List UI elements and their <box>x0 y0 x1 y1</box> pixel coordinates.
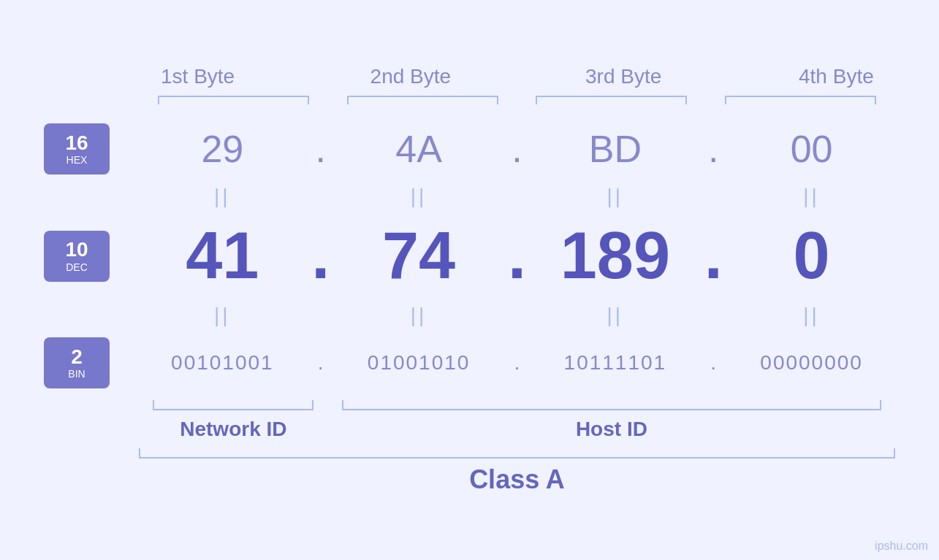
network-id-label: Network ID <box>180 418 286 440</box>
bottom-section: Network ID Host ID <box>139 400 895 441</box>
hex-bytes-row: 29 . 4A . BD . 00 <box>139 127 895 171</box>
bracket-cell-2 <box>328 96 517 104</box>
main-container: 1st Byte 2nd Byte 3rd Byte 4th Byte 16 H… <box>0 0 939 560</box>
bin-byte-2: 01001010 <box>335 351 503 375</box>
dec-row: 10 DEC 41 . 74 . 189 . 0 <box>44 218 895 294</box>
hex-byte-3: BD <box>532 127 699 171</box>
eq2-b1: || <box>139 304 306 327</box>
dec-badge-label: DEC <box>66 261 88 273</box>
equals-bytes-1: || || || || <box>139 185 895 208</box>
dec-byte-1: 41 <box>139 218 306 294</box>
network-bracket-area <box>139 400 328 410</box>
bracket-cell-4 <box>706 96 895 104</box>
class-section: Class A <box>139 448 895 495</box>
hex-row: 16 HEX 29 . 4A . BD . 00 <box>44 123 895 174</box>
network-label-area: Network ID <box>139 418 328 441</box>
bin-byte-3: 10111101 <box>532 351 699 375</box>
byte-header-4: 4th Byte <box>730 65 939 96</box>
host-label-area: Host ID <box>328 418 895 441</box>
bracket-cell-1 <box>139 96 328 104</box>
dec-badge: 10 DEC <box>44 231 110 282</box>
hex-byte-2: 4A <box>335 127 503 171</box>
eq1-b3: || <box>532 185 699 208</box>
bracket-top-2 <box>347 96 498 104</box>
bracket-cell-3 <box>517 96 707 104</box>
bracket-top-3 <box>536 96 687 104</box>
equals-row-1: || || || || <box>44 183 895 210</box>
byte-header-1: 1st Byte <box>91 65 304 96</box>
bin-badge: 2 BIN <box>44 337 110 388</box>
byte-header-2: 2nd Byte <box>304 65 517 96</box>
hex-badge-number: 16 <box>65 132 88 155</box>
bin-badge-label: BIN <box>68 368 85 380</box>
bin-byte-1: 00101001 <box>139 351 306 375</box>
host-id-label: Host ID <box>576 418 647 440</box>
eq1-b4: || <box>728 185 895 208</box>
network-bracket <box>153 400 313 410</box>
dec-sep-2: . <box>503 218 532 294</box>
host-bracket-area <box>328 400 895 410</box>
dec-bytes-row: 41 . 74 . 189 . 0 <box>139 218 895 294</box>
dec-byte-4: 0 <box>728 218 895 294</box>
hex-badge: 16 HEX <box>44 123 110 174</box>
watermark: ipshu.com <box>875 540 928 553</box>
bin-sep-1: . <box>306 351 335 375</box>
bin-byte-4: 00000000 <box>728 351 895 375</box>
top-brackets-row <box>139 96 895 104</box>
byte-headers-row: 1st Byte 2nd Byte 3rd Byte 4th Byte <box>91 65 939 96</box>
byte-header-3: 3rd Byte <box>517 65 730 96</box>
hex-byte-1: 29 <box>139 127 306 171</box>
dec-badge-number: 10 <box>65 239 88 261</box>
dec-sep-1: . <box>306 218 335 294</box>
class-label: Class A <box>139 464 895 495</box>
bottom-brackets-row <box>139 400 895 410</box>
eq1-b2: || <box>335 185 503 208</box>
bin-badge-number: 2 <box>71 346 83 369</box>
bracket-top-1 <box>158 96 309 104</box>
dec-byte-3: 189 <box>532 218 699 294</box>
bin-bytes-row: 00101001 . 01001010 . 10111101 . 0000000… <box>139 351 895 375</box>
hex-badge-label: HEX <box>66 154 88 166</box>
bin-sep-3: . <box>699 351 728 375</box>
bin-sep-2: . <box>503 351 532 375</box>
hex-byte-4: 00 <box>728 127 895 171</box>
class-bracket <box>139 448 895 459</box>
bracket-top-4 <box>725 96 876 104</box>
bin-row: 2 BIN 00101001 . 01001010 . 10111101 . <box>44 337 895 388</box>
equals-row-2: || || || || <box>44 302 895 329</box>
host-bracket <box>342 400 881 410</box>
hex-sep-1: . <box>306 127 335 171</box>
labels-row: Network ID Host ID <box>139 418 895 441</box>
eq1-b1: || <box>139 185 306 208</box>
eq2-b4: || <box>728 304 895 327</box>
eq2-b2: || <box>335 304 503 327</box>
equals-bytes-2: || || || || <box>139 304 895 327</box>
hex-sep-2: . <box>503 127 532 171</box>
hex-sep-3: . <box>699 127 728 171</box>
eq2-b3: || <box>532 304 699 327</box>
dec-sep-3: . <box>699 218 728 294</box>
dec-byte-2: 74 <box>335 218 503 294</box>
